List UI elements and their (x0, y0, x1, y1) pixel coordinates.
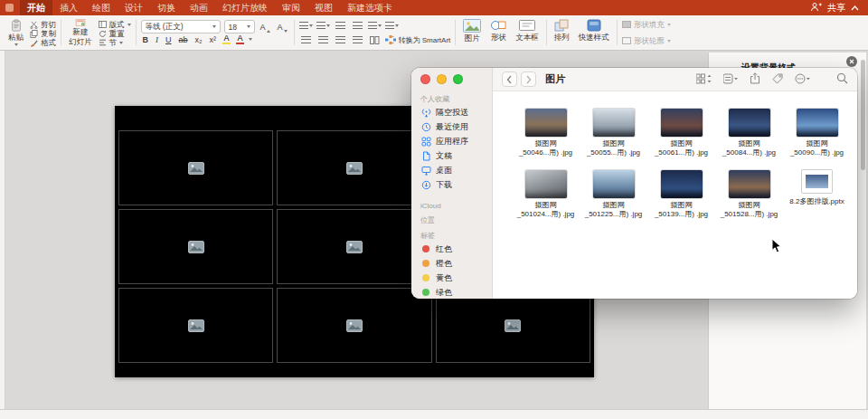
file-item[interactable]: 摄图网_50055...用) .jpg (580, 109, 647, 170)
bullets-button[interactable] (299, 20, 313, 31)
sidebar-item-tag-green[interactable]: 绿色 (420, 285, 492, 299)
new-slide-button[interactable]: 新建 幻灯片 (66, 18, 95, 47)
font-color-button[interactable]: A (235, 34, 245, 45)
layout-button[interactable]: 版式 (99, 20, 131, 29)
sidebar-item-applications[interactable]: 应用程序 (420, 134, 492, 148)
tab-review[interactable]: 审阅 (275, 0, 307, 15)
traffic-light-close[interactable] (420, 74, 430, 84)
paste-button[interactable]: 粘贴 (5, 18, 26, 47)
increase-font-button[interactable]: A (259, 21, 272, 33)
superscript-button[interactable]: x² (208, 33, 219, 45)
slide-cell[interactable] (118, 130, 273, 205)
search-button[interactable] (836, 71, 848, 88)
slide-cell[interactable] (118, 209, 273, 284)
text-direction-button[interactable] (385, 20, 399, 31)
font-color-caret-icon[interactable] (249, 38, 252, 41)
section-button[interactable]: 节 (99, 38, 131, 47)
cut-button[interactable]: 剪切 (30, 20, 56, 29)
bold-button[interactable]: B (141, 33, 151, 45)
font-size-select[interactable]: 18 (224, 20, 255, 33)
columns-button[interactable] (368, 34, 382, 45)
numbering-button[interactable] (316, 20, 330, 31)
sidebar-item-documents[interactable]: 文稿 (420, 148, 492, 163)
tab-draw[interactable]: 绘图 (85, 0, 118, 15)
more-actions-button[interactable] (795, 71, 810, 88)
decrease-font-button[interactable]: A (276, 21, 289, 33)
tab-new-tab[interactable]: 新建选项卡 (340, 0, 400, 15)
new-slide-label-2: 幻灯片 (69, 38, 92, 46)
tab-animations[interactable]: 动画 (183, 0, 215, 15)
share-action-button[interactable] (750, 71, 760, 88)
share-button[interactable]: 共享 (827, 2, 845, 14)
shape-outline-button[interactable]: 形状轮廓 (622, 36, 671, 45)
view-options-button[interactable] (696, 71, 712, 88)
file-item[interactable]: 摄图网_501225...用) .jpg (580, 170, 647, 232)
sidebar-item-tag-orange[interactable]: 橙色 (420, 256, 492, 271)
file-item[interactable]: 摄图网_50139...用) .jpg (647, 170, 715, 232)
slide-cell[interactable] (277, 130, 431, 205)
panel-close-button[interactable] (846, 56, 857, 67)
collapse-ribbon-icon[interactable] (851, 3, 859, 13)
arrange-button[interactable]: 排列 (552, 18, 572, 47)
back-button[interactable] (502, 71, 517, 87)
traffic-light-minimize[interactable] (437, 74, 447, 84)
file-item[interactable]: 8.2多图排版.pptx (783, 170, 851, 232)
forward-button[interactable] (521, 71, 536, 87)
file-item[interactable]: 摄图网_50061...用) .jpg (647, 109, 715, 170)
traffic-light-zoom[interactable] (453, 74, 463, 84)
ribbon-toolbar: 粘贴 剪切 复制 格式 新建 (0, 15, 868, 51)
tag-yellow-dot-icon (422, 274, 429, 281)
tab-insert[interactable]: 插入 (52, 0, 85, 15)
strikethrough-button[interactable]: ab (177, 33, 190, 45)
picture-button[interactable]: 图片 (460, 18, 484, 47)
copy-button[interactable]: 复制 (30, 29, 56, 38)
font-name-select[interactable]: 等线 (正文) (141, 20, 221, 33)
sidebar-item-tag-red[interactable]: 红色 (420, 242, 492, 256)
shape-fill-button[interactable]: 形状填充 (622, 20, 671, 29)
sidebar-item-desktop[interactable]: 桌面 (420, 163, 492, 177)
tab-home[interactable]: 开始 (20, 0, 52, 15)
slide-cell[interactable] (277, 288, 431, 363)
file-item[interactable]: 摄图网_501024...用) .jpg (512, 170, 580, 232)
slide-cell[interactable] (118, 288, 273, 363)
file-thumbnail (729, 170, 770, 198)
slides-pane-collapsed[interactable] (0, 51, 5, 409)
underline-button[interactable]: U (164, 33, 174, 45)
file-item[interactable]: 摄图网_501528...用) .jpg (715, 170, 783, 232)
finder-toolbar: 图片 (493, 68, 857, 91)
tab-view[interactable]: 视图 (307, 0, 340, 15)
quick-styles-button[interactable]: 快速样式 (576, 18, 612, 47)
sidebar-item-airdrop[interactable]: 隔空投送 (420, 105, 492, 119)
panel-scrollbar-thumb[interactable] (861, 60, 865, 170)
slide-cell[interactable] (277, 209, 431, 284)
file-item[interactable]: 摄图网_50046...用) .jpg (512, 109, 580, 170)
sidebar-item-tag-yellow[interactable]: 黄色 (420, 271, 492, 285)
tab-design[interactable]: 设计 (118, 0, 150, 15)
decrease-indent-button[interactable] (334, 20, 347, 31)
reset-button[interactable]: 重置 (99, 29, 131, 38)
sidebar-item-downloads[interactable]: 下载 (420, 177, 492, 192)
italic-button[interactable]: I (154, 33, 160, 45)
file-item[interactable]: 摄图网_50090...用) .jpg (783, 109, 851, 170)
group-by-button[interactable] (723, 71, 738, 88)
subscript-button[interactable]: x₂ (193, 33, 204, 45)
line-spacing-button[interactable] (368, 20, 382, 31)
sidebar-item-recents[interactable]: 最近使用 (420, 119, 492, 134)
finder-window[interactable]: 个人收藏 隔空投送 最近使用 应用程序 文稿 (411, 68, 857, 299)
align-right-button[interactable] (334, 34, 347, 45)
format-painter-button[interactable]: 格式 (30, 38, 56, 47)
shapes-button[interactable]: 形状 (487, 18, 509, 47)
tab-slideshow[interactable]: 幻灯片放映 (215, 0, 275, 15)
smartart-button[interactable]: 转换为 SmartArt (385, 35, 451, 45)
increase-indent-button[interactable] (351, 20, 364, 31)
align-left-button[interactable] (299, 34, 313, 45)
textbox-button[interactable]: 文本框 (513, 18, 542, 47)
slide-cell[interactable] (436, 288, 590, 363)
align-center-button[interactable] (316, 34, 330, 45)
tags-button[interactable] (772, 71, 783, 88)
highlight-color-button[interactable]: A (222, 34, 231, 45)
justify-button[interactable] (351, 34, 364, 45)
status-bar (0, 409, 868, 419)
tab-transitions[interactable]: 切换 (150, 0, 183, 15)
file-item[interactable]: 摄图网_50084...用) .jpg (715, 109, 783, 170)
